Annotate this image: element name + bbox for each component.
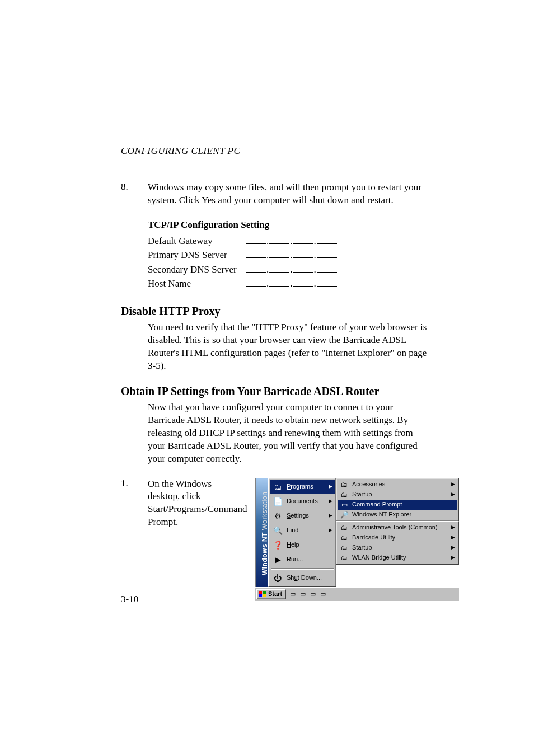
- config-heading: TCP/IP Configuration Setting: [148, 219, 428, 231]
- ip-blanks: ...: [246, 249, 337, 261]
- menu-separator: [271, 568, 334, 570]
- submenu-arrow-icon: ▶: [451, 545, 455, 550]
- ip-blanks: ...: [246, 278, 337, 289]
- menu-item-windows-nt-explorer[interactable]: 🔎Windows NT Explorer: [338, 510, 457, 520]
- config-label: Default Gateway: [148, 236, 246, 247]
- step-1-row: 1. On the Windows desktop, click Start/P…: [121, 478, 428, 601]
- submenu-arrow-icon: ▶: [329, 484, 332, 489]
- programs-submenu-bottom: 🗂Administrative Tools (Common)▶🗂Barricad…: [336, 521, 459, 565]
- menu-item-help[interactable]: ❓Help: [270, 538, 335, 552]
- quicklaunch-icon[interactable]: ▭: [318, 590, 327, 599]
- config-row-primary-dns: Primary DNS Server ...: [148, 249, 428, 261]
- help-icon: ❓: [272, 539, 283, 551]
- menu-item-documents[interactable]: 📄Documents▶: [270, 494, 335, 509]
- menu-label: Run...: [287, 556, 332, 562]
- section-heading-obtain-ip: Obtain IP Settings from Your Barricade A…: [121, 385, 428, 398]
- submenu-arrow-icon: ▶: [329, 499, 332, 504]
- menu-label: Shut Down...: [287, 575, 332, 581]
- section-heading-proxy: Disable HTTP Proxy: [121, 305, 428, 318]
- run-icon: ▶: [272, 554, 283, 565]
- ip-blanks: ...: [246, 263, 337, 275]
- proxy-paragraph: You need to verify that the "HTTP Proxy"…: [148, 321, 428, 373]
- submenu-arrow-icon: ▶: [451, 535, 455, 540]
- menu-item-administrative-tools-common[interactable]: 🗂Administrative Tools (Common)▶: [338, 523, 457, 533]
- power-icon: ⏻: [272, 572, 283, 584]
- programs-submenu-top: 🗂Accessories▶🗂Startup▶▭Command Prompt🔎Wi…: [336, 478, 459, 522]
- menu-label: Accessories: [352, 481, 446, 487]
- submenu-arrow-icon: ▶: [451, 492, 455, 497]
- menu-label: Settings: [287, 513, 323, 519]
- menu-label: Help: [287, 542, 332, 548]
- menu-label: Find: [287, 527, 323, 533]
- config-row-gateway: Default Gateway ...: [148, 235, 428, 247]
- menu-item-find[interactable]: 🔍Find▶: [270, 523, 335, 538]
- menu-item-barricade-utility[interactable]: 🗂Barricade Utility▶: [338, 533, 457, 543]
- submenu-arrow-icon: ▶: [451, 482, 455, 487]
- quicklaunch-icon[interactable]: ▭: [308, 590, 317, 599]
- menu-item-accessories[interactable]: 🗂Accessories▶: [338, 480, 457, 490]
- submenu-arrow-icon: ▶: [329, 528, 332, 533]
- running-header: CONFIGURING CLIENT PC: [121, 145, 428, 157]
- windows-flag-icon: [259, 591, 266, 598]
- start-menu-screenshot: Windows NT Workstation 🗂Programs▶📄Docume…: [255, 478, 459, 601]
- submenu-arrow-icon: ▶: [329, 513, 332, 518]
- config-label: Host Name: [148, 278, 246, 289]
- menu-label: Command Prompt: [352, 501, 455, 508]
- explorer-icon: 🔎: [340, 510, 349, 519]
- start-label: Start: [268, 591, 282, 597]
- quicklaunch-icon[interactable]: ▭: [288, 590, 297, 599]
- menu-item-startup[interactable]: 🗂Startup▶: [338, 543, 457, 553]
- submenu-arrow-icon: ▶: [451, 555, 455, 560]
- menu-item-startup[interactable]: 🗂Startup▶: [338, 490, 457, 500]
- config-label: Primary DNS Server: [148, 250, 246, 261]
- ip-blanks: ...: [246, 235, 337, 247]
- menu-label: Windows NT Explorer: [352, 511, 455, 518]
- list-text: On the Windows desktop, click Start/Prog…: [148, 478, 243, 529]
- obtain-paragraph: Now that you have configured your comput…: [148, 401, 428, 466]
- tcpip-config-block: TCP/IP Configuration Setting Default Gat…: [148, 219, 428, 289]
- config-row-secondary-dns: Secondary DNS Server ...: [148, 263, 428, 275]
- menu-label: Startup: [352, 491, 446, 497]
- document-page: CONFIGURING CLIENT PC 8. Windows may cop…: [0, 0, 534, 756]
- folder-icon: 🗂: [340, 480, 349, 489]
- folder-icon: 🗂: [340, 543, 349, 552]
- folder-icon: 🗂: [340, 523, 349, 532]
- menu-label: Barricade Utility: [352, 534, 446, 541]
- start-menu-left-column: 🗂Programs▶📄Documents▶⚙Settings▶🔍Find▶❓He…: [268, 478, 336, 587]
- list-item-8: 8. Windows may copy some files, and will…: [121, 181, 428, 207]
- menu-label: WLAN Bridge Utility: [352, 555, 446, 561]
- list-number: 1.: [121, 478, 138, 529]
- menu-label: Documents: [287, 498, 323, 504]
- page-number: 3-10: [121, 594, 138, 605]
- menu-item-shutdown[interactable]: ⏻ Shut Down...: [270, 571, 335, 585]
- menu-item-settings[interactable]: ⚙Settings▶: [270, 509, 335, 523]
- search-icon: 🔍: [272, 525, 283, 536]
- folder-icon: 🗂: [272, 481, 283, 492]
- folder-icon: 🗂: [340, 533, 349, 542]
- menu-item-wlan-bridge-utility[interactable]: 🗂WLAN Bridge Utility▶: [338, 553, 457, 563]
- menu-label: Startup: [352, 544, 446, 551]
- quicklaunch-icon[interactable]: ▭: [298, 590, 307, 599]
- menu-label: Programs: [287, 483, 323, 490]
- list-number: 8.: [121, 181, 138, 207]
- config-row-host-name: Host Name ...: [148, 278, 428, 289]
- menu-label: Administrative Tools (Common): [352, 524, 446, 530]
- list-text: Windows may copy some files, and will th…: [148, 181, 428, 207]
- folder-icon: 🗂: [340, 553, 349, 562]
- cmd-icon: ▭: [340, 500, 349, 509]
- start-button[interactable]: Start: [256, 589, 286, 599]
- document-icon: 📄: [272, 496, 283, 507]
- menu-item-programs[interactable]: 🗂Programs▶: [270, 480, 335, 494]
- settings-icon: ⚙: [272, 510, 283, 522]
- folder-icon: 🗂: [340, 490, 349, 499]
- menu-item-command-prompt[interactable]: ▭Command Prompt: [338, 500, 457, 510]
- banner-light: Workstation: [261, 491, 269, 532]
- start-menu-banner: Windows NT Workstation: [255, 478, 268, 587]
- taskbar: Start ▭ ▭ ▭ ▭: [255, 587, 459, 601]
- menu-item-run[interactable]: ▶Run...: [270, 552, 335, 567]
- config-label: Secondary DNS Server: [148, 264, 246, 275]
- quick-launch: ▭ ▭ ▭ ▭: [288, 590, 327, 599]
- banner-bold: Windows NT: [261, 532, 269, 575]
- submenu-arrow-icon: ▶: [451, 525, 455, 530]
